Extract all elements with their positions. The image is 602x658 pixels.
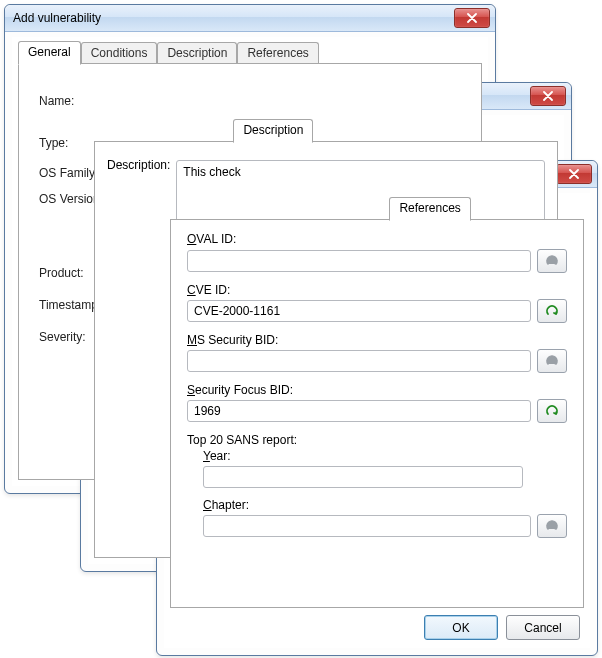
name-label: Name:: [39, 94, 465, 108]
description-text: This check: [183, 165, 240, 179]
close-icon: [467, 13, 477, 23]
security-focus-bid-input[interactable]: [187, 400, 531, 422]
tab-general[interactable]: General: [18, 41, 81, 65]
titlebar[interactable]: Add vulnerability: [5, 5, 495, 32]
add-vulnerability-dialog-front: Add vulnerability General Conditions Des…: [156, 160, 598, 656]
cve-link-button[interactable]: [537, 299, 567, 323]
ok-label: OK: [452, 621, 469, 635]
link-arrow-icon: [545, 254, 559, 268]
link-arrow-icon: [545, 304, 559, 318]
link-arrow-icon: [545, 404, 559, 418]
link-arrow-icon: [545, 519, 559, 533]
tab-description[interactable]: Description: [233, 119, 313, 143]
close-icon: [569, 169, 579, 179]
cancel-button[interactable]: Cancel: [506, 615, 580, 640]
close-button[interactable]: [556, 164, 592, 184]
ms-link-button[interactable]: [537, 349, 567, 373]
dialog-buttons: OK Cancel: [424, 615, 580, 640]
sf-link-button[interactable]: [537, 399, 567, 423]
close-button[interactable]: [530, 86, 566, 106]
ms-security-bid-label: MS Security BID:: [187, 333, 567, 347]
tabpanel-references: OVAL ID: CVE ID: MS Security BID:: [170, 219, 584, 608]
oval-id-input[interactable]: [187, 250, 531, 272]
cve-id-label: CVE ID:: [187, 283, 567, 297]
cancel-label: Cancel: [524, 621, 561, 635]
ok-button[interactable]: OK: [424, 615, 498, 640]
tabstrip: General Conditions Description Reference…: [18, 41, 488, 65]
oval-id-label: OVAL ID:: [187, 232, 567, 246]
dialog-title: Add vulnerability: [13, 11, 101, 25]
ms-security-bid-input[interactable]: [187, 350, 531, 372]
cve-id-input[interactable]: [187, 300, 531, 322]
close-button[interactable]: [454, 8, 490, 28]
description-label: Description:: [107, 158, 170, 547]
chapter-label: Chapter:: [203, 498, 567, 512]
chapter-link-button[interactable]: [537, 514, 567, 538]
sans-report-label: Top 20 SANS report:: [187, 433, 567, 447]
year-input[interactable]: [203, 466, 523, 488]
security-focus-bid-label: Security Focus BID:: [187, 383, 567, 397]
year-label: Year:: [203, 449, 567, 463]
chapter-input[interactable]: [203, 515, 531, 537]
tab-references[interactable]: References: [389, 197, 470, 221]
link-arrow-icon: [545, 354, 559, 368]
close-icon: [543, 91, 553, 101]
oval-link-button[interactable]: [537, 249, 567, 273]
